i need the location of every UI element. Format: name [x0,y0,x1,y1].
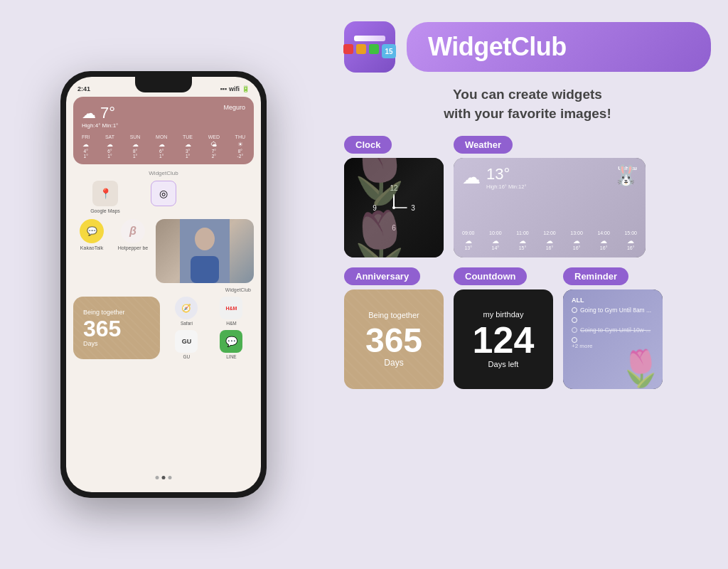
row2-categories: Anniversary Being together 365 Days Coun… [344,267,711,389]
reminder-flowers: 🌷 [619,348,663,389]
rm-all-label: ALL [572,297,654,304]
reminder-widget-preview[interactable]: 🌷 ALL Going to Gym Until 8am ... Going t… [563,289,663,389]
reminder-category: Reminder 🌷 ALL Going to Gym Until 8am ..… [563,267,663,389]
phone-bottom-row: Being together 365 Days 🧭 Safari H& [73,297,254,359]
dot-2 [162,476,166,479]
row1: Clock 🌷🌷 12 3 6 9 [344,136,711,257]
rm-items: Going to Gym Until 8am ... Going to Gym … [572,307,654,343]
reminder-label: Reminder [563,267,628,285]
app-icon-line[interactable]: 💬 LINE [220,330,242,359]
right-section: 15 WidgetClub You can create widgets wit… [327,0,728,569]
phone-screen: 2:41 ▪▪▪ wifi 🔋 ☁ 7° [66,77,261,492]
badge-stripe [354,36,385,41]
weather-widget-inner: ☁ 13° High:16° Min:12° Ushiku 🐰 09:00☁13… [454,158,646,257]
app-icon-hotpepper[interactable]: β Hotpepper be [114,219,151,283]
pa-number: 365 [83,317,121,340]
weather-cloud-icon: ☁ [462,166,481,188]
anniversary-widget-preview[interactable]: Being together 365 Days [344,289,444,389]
badge-number: 15 [382,44,396,58]
app-header: 15 WidgetClub [344,21,711,73]
svg-rect-2 [191,256,219,283]
clock-flower-bg: 🌷🌷 [344,158,444,257]
badge-icons-row: 15 [343,44,396,58]
clock-category: Clock 🌷🌷 12 3 6 9 [344,136,444,257]
tagline-line2: with your favorite images! [344,105,711,124]
phone-widgetclub-label: WidgetClub [73,170,254,176]
rm-item-4 [572,337,654,343]
rm-item-1: Going to Gym Until 8am ... [572,307,654,314]
small-icons-col: 🧭 Safari H&M H&M GU GU [164,297,254,359]
phone-mockup: 2:41 ▪▪▪ wifi 🔋 ☁ 7° [0,0,327,569]
cd-days-left: Days left [488,360,519,368]
weather-category: Weather ☁ 13° High:16° Min:12° Ushiku [454,136,646,257]
reminder-widget-inner: 🌷 ALL Going to Gym Until 8am ... Going t… [563,289,663,389]
rm-item-2 [572,317,654,323]
phone-anniversary-widget[interactable]: Being together 365 Days [73,297,160,359]
weather-widget-preview[interactable]: ☁ 13° High:16° Min:12° Ushiku 🐰 09:00☁13… [454,158,646,257]
app-icon-gu[interactable]: GU GU [175,330,198,359]
phone-weather-minmax: High:4° Min:1° [82,122,118,129]
app-icons-row1: 📍 Google Maps ◎ [73,181,254,213]
ann-number: 365 [365,324,422,358]
weather-rabbit: 🐰 [614,164,638,187]
dot-3 [168,476,172,479]
cd-number: 124 [473,321,535,358]
anniversary-widget-inner: Being together 365 Days [344,289,444,389]
badge-orange-icon [356,44,366,54]
rm-item-3: Going to Gym Until 10w ... [572,326,654,334]
dot-1 [156,476,159,479]
phone-weather-temp: 7° [100,104,115,122]
ann-being: Being together [368,311,419,319]
weather-temp: 13° [486,165,526,184]
tagline-line1: You can create widgets [344,85,711,105]
countdown-widget-preview[interactable]: my birthday 124 Days left [454,289,553,389]
photo-person [156,219,254,283]
clock-label: Clock [344,136,392,154]
ann-days: Days [384,358,403,368]
mixed-row: 💬 KakaoTalk β Hotpepper be [73,219,254,283]
app-icon-safari[interactable]: 🧭 Safari [175,297,198,326]
app-title-pill: WidgetClub [407,22,711,72]
cd-title: my birthday [483,310,524,319]
status-time: 2:41 [77,85,90,92]
app-icon-badge: 15 [344,21,395,73]
tagline: You can create widgets with your favorit… [344,85,711,123]
weather-label: Weather [454,136,513,154]
pa-days: Days [83,340,98,347]
page-dots [156,476,172,479]
phone-weather-location: Meguro [223,104,245,111]
clock-widget-preview[interactable]: 🌷🌷 12 3 6 9 [344,158,444,257]
weather-minmax: High:16° Min:12° [486,184,526,190]
svg-point-1 [195,228,215,250]
phone-frame: 2:41 ▪▪▪ wifi 🔋 ☁ 7° [60,71,267,498]
label-row: WidgetClub [73,287,254,292]
app-icon-circle-app[interactable]: ◎ [145,181,182,213]
screen-content: ☁ 7° High:4° Min:1° Meguro FRI☁4°1° SAT☁… [66,77,261,492]
countdown-label: Countdown [454,267,527,285]
countdown-widget-inner: my birthday 124 Days left [454,289,553,389]
countdown-category: Countdown my birthday 124 Days left [454,267,553,389]
anniversary-category: Anniversary Being together 365 Days [344,267,444,389]
phone-weather-days: FRI☁4°1° SAT☁6°1° SUN☁8°1° MON☁6°1° TUE☁… [82,134,245,159]
rm-more: +2 more [572,343,654,349]
clock-widget-inner: 🌷🌷 12 3 6 9 [344,158,444,257]
anniversary-label: Anniversary [344,267,420,285]
badge-green-icon [369,44,379,54]
app-icon-kakaotalk[interactable]: 💬 KakaoTalk [73,219,110,283]
app-icon-googlemaps[interactable]: 📍 Google Maps [87,181,124,213]
pa-label: Being together [83,309,125,316]
phone-notch [135,77,192,92]
photo-widget[interactable] [156,219,254,283]
weather-forecast: 09:00☁13° 10:00☁14° 11:00☁15° 12:00☁16° … [462,230,637,250]
widgetclub-label2: WidgetClub [225,287,251,292]
app-title: WidgetClub [428,32,690,62]
phone-weather-widget[interactable]: ☁ 7° High:4° Min:1° Meguro FRI☁4°1° SAT☁… [73,97,254,164]
app-icon-hm[interactable]: H&M H&M [220,297,242,326]
badge-red-icon [343,44,353,54]
